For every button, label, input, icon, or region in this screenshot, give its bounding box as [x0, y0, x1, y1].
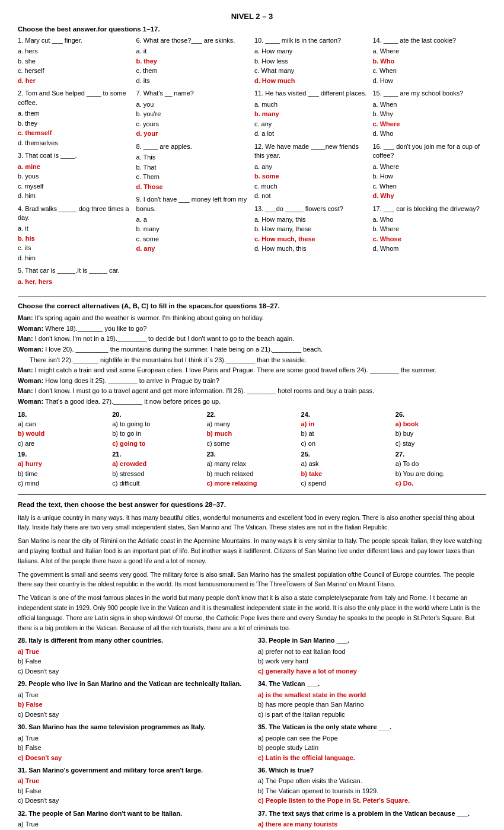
rq-35: 35. The Vatican is the only state where …: [258, 723, 486, 762]
answers-grid-18-27: 18. a) can b) would c) are 19. a) hurry …: [18, 411, 486, 489]
answer-col-26: 26. a) book b) buy c) stay 27. a) To do …: [395, 411, 486, 489]
answer-col-24: 24. a) in b) at c) on 25. a) ask b) take…: [301, 411, 392, 489]
question-6: 6. What are those?___ are skinks. a. it …: [136, 36, 250, 85]
rq-28: 28. Italy is different from many other c…: [18, 636, 246, 676]
question-10: 10. ____ milk is in the carton? a. How m…: [254, 36, 368, 85]
dialog: Man: It's spring again and the weather i…: [18, 313, 486, 407]
section3-header: Read the text, then choose the best answ…: [18, 501, 486, 508]
question-13: 13. ___do _____ flowers cost? a. How man…: [254, 205, 368, 254]
question-7: 7. What's __ name? a. you b. you're c. y…: [136, 89, 250, 138]
question-11: 11. He has visited ___ different places.…: [254, 89, 368, 138]
rq-33: 33. People in San Marino ___. a) prefer …: [258, 636, 486, 676]
question-9: 9. I don't have ___ money left from my b…: [136, 195, 250, 254]
question-17: 17. ___ car is blocking the driveway? a.…: [373, 205, 487, 254]
rq-31: 31. San Marino's government and military…: [18, 766, 246, 806]
rq-29: 29. People who live in San Marino and th…: [18, 679, 246, 719]
answer-col-20: 20. a) to going to b) to go in c) going …: [112, 411, 203, 489]
question-5: 5. That car is _____.It is _____ car. a.…: [18, 266, 132, 286]
question-15: 15. ____ are my school books? a. When b.…: [373, 89, 487, 138]
question-16: 16. ___ don't you join me for a cup of c…: [373, 142, 487, 201]
rq-32: 32. The people of San Marino don't want …: [18, 809, 246, 830]
question-2: 2. Tom and Sue helped ____ to some coffe…: [18, 89, 132, 148]
question-3: 3. That coat is ____. a. mine b. yous c.…: [18, 151, 132, 200]
answer-col-22: 22. a) many b) much c) some 23. a) many …: [206, 411, 297, 489]
rq-37: 37. The text says that crime is a proble…: [258, 809, 486, 830]
reading-questions: 28. Italy is different from many other c…: [18, 636, 486, 830]
question-8: 8. ____ are apples. a. This b. That c. T…: [136, 142, 250, 191]
section2-header: Choose the correct alternatives (A, B, C…: [18, 302, 486, 309]
rq-36: 36. Which is true? a) The Pope often vis…: [258, 766, 486, 806]
rq-34: 34. The Vatican ___. a) is the smallest …: [258, 679, 486, 719]
question-14: 14. ____ ate the last cookie? a. Where b…: [373, 36, 487, 85]
section1-header: Choose the best answer.for questions 1–1…: [18, 25, 486, 33]
question-1: 1. Mary cut ___ finger. a. hers b. she c…: [18, 36, 132, 85]
question-12: 12. We have made ____new friends this ye…: [254, 142, 368, 201]
rq-30: 30. San Marino has the same television p…: [18, 723, 246, 762]
answer-col-18: 18. a) can b) would c) are 19. a) hurry …: [18, 411, 109, 489]
reading-text: Italy is a unique country in many ways. …: [18, 513, 486, 633]
question-4: 4. Brad walks _____ dog three times a da…: [18, 205, 132, 263]
page-title: NIVEL 2 – 3: [18, 12, 486, 21]
